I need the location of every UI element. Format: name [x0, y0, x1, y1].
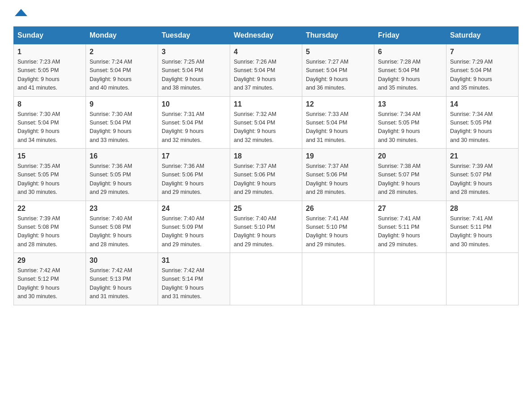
week-row-4: 22Sunrise: 7:39 AMSunset: 5:08 PMDayligh…	[14, 201, 519, 253]
day-cell: 11Sunrise: 7:32 AMSunset: 5:04 PMDayligh…	[230, 96, 302, 149]
day-cell: 10Sunrise: 7:31 AMSunset: 5:04 PMDayligh…	[158, 96, 230, 149]
day-cell: 13Sunrise: 7:34 AMSunset: 5:05 PMDayligh…	[374, 96, 446, 149]
day-number: 8	[17, 100, 82, 108]
day-number: 3	[162, 48, 226, 56]
day-info: Sunrise: 7:41 AMSunset: 5:10 PMDaylight:…	[306, 215, 348, 248]
day-number: 22	[17, 205, 82, 213]
day-cell: 9Sunrise: 7:30 AMSunset: 5:04 PMDaylight…	[86, 96, 158, 149]
week-row-3: 15Sunrise: 7:35 AMSunset: 5:05 PMDayligh…	[14, 149, 519, 201]
day-number: 16	[90, 152, 154, 160]
day-info: Sunrise: 7:28 AMSunset: 5:04 PMDaylight:…	[378, 59, 420, 91]
day-info: Sunrise: 7:31 AMSunset: 5:04 PMDaylight:…	[162, 111, 204, 143]
day-cell: 18Sunrise: 7:37 AMSunset: 5:06 PMDayligh…	[230, 149, 302, 201]
day-info: Sunrise: 7:42 AMSunset: 5:14 PMDaylight:…	[162, 267, 204, 300]
day-number: 13	[378, 100, 442, 108]
day-info: Sunrise: 7:30 AMSunset: 5:04 PMDaylight:…	[90, 111, 132, 143]
day-cell: 27Sunrise: 7:41 AMSunset: 5:11 PMDayligh…	[374, 201, 446, 253]
week-row-1: 1Sunrise: 7:23 AMSunset: 5:05 PMDaylight…	[14, 44, 519, 97]
day-number: 11	[234, 100, 298, 108]
day-cell: 28Sunrise: 7:41 AMSunset: 5:11 PMDayligh…	[446, 201, 519, 253]
day-cell: 2Sunrise: 7:24 AMSunset: 5:04 PMDaylight…	[86, 44, 158, 97]
day-cell: 29Sunrise: 7:42 AMSunset: 5:12 PMDayligh…	[14, 253, 86, 305]
day-cell: 25Sunrise: 7:40 AMSunset: 5:10 PMDayligh…	[230, 201, 302, 253]
day-info: Sunrise: 7:26 AMSunset: 5:04 PMDaylight:…	[234, 59, 276, 91]
day-number: 28	[450, 205, 515, 213]
day-cell: 15Sunrise: 7:35 AMSunset: 5:05 PMDayligh…	[14, 149, 86, 201]
day-info: Sunrise: 7:40 AMSunset: 5:08 PMDaylight:…	[90, 215, 132, 248]
logo-triangle-icon	[15, 9, 27, 16]
day-cell	[302, 253, 374, 305]
col-header-saturday: Saturday	[446, 27, 519, 44]
logo-top	[13, 9, 27, 17]
day-info: Sunrise: 7:33 AMSunset: 5:04 PMDaylight:…	[306, 111, 348, 143]
day-info: Sunrise: 7:35 AMSunset: 5:05 PMDaylight:…	[17, 163, 60, 195]
week-row-2: 8Sunrise: 7:30 AMSunset: 5:04 PMDaylight…	[14, 96, 519, 149]
day-cell	[446, 253, 519, 305]
day-cell: 14Sunrise: 7:34 AMSunset: 5:05 PMDayligh…	[446, 96, 519, 149]
day-number: 2	[90, 48, 154, 56]
day-info: Sunrise: 7:36 AMSunset: 5:05 PMDaylight:…	[90, 163, 132, 195]
day-number: 7	[450, 48, 515, 56]
day-info: Sunrise: 7:34 AMSunset: 5:05 PMDaylight:…	[450, 111, 493, 143]
day-number: 1	[17, 48, 82, 56]
day-number: 14	[450, 100, 515, 108]
day-number: 27	[378, 205, 442, 213]
day-cell: 19Sunrise: 7:37 AMSunset: 5:06 PMDayligh…	[302, 149, 374, 201]
page-header	[13, 9, 519, 17]
day-info: Sunrise: 7:41 AMSunset: 5:11 PMDaylight:…	[450, 215, 493, 248]
col-header-thursday: Thursday	[302, 27, 374, 44]
day-cell	[230, 253, 302, 305]
day-number: 30	[90, 257, 154, 265]
day-cell	[374, 253, 446, 305]
day-cell: 26Sunrise: 7:41 AMSunset: 5:10 PMDayligh…	[302, 201, 374, 253]
day-info: Sunrise: 7:40 AMSunset: 5:10 PMDaylight:…	[234, 215, 276, 248]
day-cell: 23Sunrise: 7:40 AMSunset: 5:08 PMDayligh…	[86, 201, 158, 253]
day-info: Sunrise: 7:30 AMSunset: 5:04 PMDaylight:…	[17, 111, 60, 143]
day-number: 26	[306, 205, 370, 213]
day-info: Sunrise: 7:42 AMSunset: 5:13 PMDaylight:…	[90, 267, 132, 300]
day-cell: 5Sunrise: 7:27 AMSunset: 5:04 PMDaylight…	[302, 44, 374, 97]
day-cell: 31Sunrise: 7:42 AMSunset: 5:14 PMDayligh…	[158, 253, 230, 305]
day-number: 10	[162, 100, 226, 108]
day-info: Sunrise: 7:27 AMSunset: 5:04 PMDaylight:…	[306, 59, 348, 91]
col-header-tuesday: Tuesday	[158, 27, 230, 44]
day-info: Sunrise: 7:38 AMSunset: 5:07 PMDaylight:…	[378, 163, 420, 195]
day-number: 21	[450, 152, 515, 160]
day-number: 23	[90, 205, 154, 213]
day-cell: 24Sunrise: 7:40 AMSunset: 5:09 PMDayligh…	[158, 201, 230, 253]
day-cell: 1Sunrise: 7:23 AMSunset: 5:05 PMDaylight…	[14, 44, 86, 97]
day-cell: 30Sunrise: 7:42 AMSunset: 5:13 PMDayligh…	[86, 253, 158, 305]
week-row-5: 29Sunrise: 7:42 AMSunset: 5:12 PMDayligh…	[14, 253, 519, 305]
day-cell: 21Sunrise: 7:39 AMSunset: 5:07 PMDayligh…	[446, 149, 519, 201]
day-cell: 8Sunrise: 7:30 AMSunset: 5:04 PMDaylight…	[14, 96, 86, 149]
day-info: Sunrise: 7:34 AMSunset: 5:05 PMDaylight:…	[378, 111, 420, 143]
day-number: 12	[306, 100, 370, 108]
day-info: Sunrise: 7:39 AMSunset: 5:07 PMDaylight:…	[450, 163, 493, 195]
calendar-table: SundayMondayTuesdayWednesdayThursdayFrid…	[13, 26, 519, 305]
day-info: Sunrise: 7:23 AMSunset: 5:05 PMDaylight:…	[17, 59, 60, 91]
day-number: 9	[90, 100, 154, 108]
day-number: 15	[17, 152, 82, 160]
day-number: 24	[162, 205, 226, 213]
logo	[13, 9, 27, 17]
day-info: Sunrise: 7:24 AMSunset: 5:04 PMDaylight:…	[90, 59, 132, 91]
day-info: Sunrise: 7:37 AMSunset: 5:06 PMDaylight:…	[306, 163, 348, 195]
day-cell: 20Sunrise: 7:38 AMSunset: 5:07 PMDayligh…	[374, 149, 446, 201]
day-number: 29	[17, 257, 82, 265]
day-info: Sunrise: 7:29 AMSunset: 5:04 PMDaylight:…	[450, 59, 493, 91]
col-header-sunday: Sunday	[14, 27, 86, 44]
day-info: Sunrise: 7:32 AMSunset: 5:04 PMDaylight:…	[234, 111, 276, 143]
day-number: 6	[378, 48, 442, 56]
day-info: Sunrise: 7:41 AMSunset: 5:11 PMDaylight:…	[378, 215, 420, 248]
day-cell: 3Sunrise: 7:25 AMSunset: 5:04 PMDaylight…	[158, 44, 230, 97]
day-number: 18	[234, 152, 298, 160]
day-number: 5	[306, 48, 370, 56]
day-info: Sunrise: 7:40 AMSunset: 5:09 PMDaylight:…	[162, 215, 204, 248]
day-number: 19	[306, 152, 370, 160]
col-header-wednesday: Wednesday	[230, 27, 302, 44]
day-number: 17	[162, 152, 226, 160]
day-cell: 4Sunrise: 7:26 AMSunset: 5:04 PMDaylight…	[230, 44, 302, 97]
day-cell: 12Sunrise: 7:33 AMSunset: 5:04 PMDayligh…	[302, 96, 374, 149]
day-number: 20	[378, 152, 442, 160]
col-header-monday: Monday	[86, 27, 158, 44]
